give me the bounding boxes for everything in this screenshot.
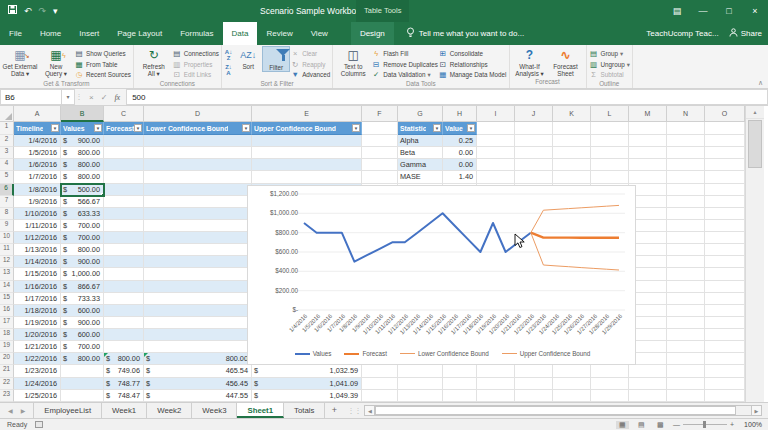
sheet-tab-week3[interactable]: Week3 xyxy=(192,403,237,418)
cell-N7[interactable] xyxy=(667,196,705,208)
horizontal-scroll-thumb[interactable] xyxy=(375,406,736,415)
cell-O9[interactable] xyxy=(705,220,745,232)
cell-D1[interactable]: Lower Confidence Bound▼ xyxy=(144,122,252,135)
column-header-F[interactable]: F xyxy=(362,106,398,122)
forecast-sheet-button[interactable]: ∿ ForecastSheet xyxy=(548,46,584,77)
cell-B2[interactable]: $900.00 xyxy=(61,135,104,147)
edit-links-button[interactable]: ⊡Edit Links xyxy=(172,70,219,79)
cell-O4[interactable] xyxy=(705,159,745,171)
cell-B8[interactable]: $633.33 xyxy=(61,208,104,220)
cell-N20[interactable] xyxy=(667,353,705,365)
cell-C1[interactable]: Forecast▼ xyxy=(104,122,144,135)
cell-O17[interactable] xyxy=(705,317,745,329)
cell-F5[interactable] xyxy=(362,171,398,183)
row-header-4[interactable]: 4 xyxy=(0,159,14,171)
series-forecast[interactable] xyxy=(531,233,619,238)
cell-B3[interactable]: $800.00 xyxy=(61,147,104,159)
cell-C17[interactable] xyxy=(104,317,144,329)
cell-F22[interactable] xyxy=(362,378,398,390)
column-header-H[interactable]: H xyxy=(443,106,477,122)
horizontal-scrollbar[interactable]: ⋮⋮ ◀ ▶ xyxy=(347,405,762,416)
cell-H5[interactable]: 1.40 xyxy=(443,171,477,183)
cell-C15[interactable] xyxy=(104,293,144,305)
cell-O20[interactable] xyxy=(705,353,745,365)
cell-D11[interactable] xyxy=(144,244,252,256)
cell-D17[interactable] xyxy=(144,317,252,329)
tab-page-layout[interactable]: Page Layout xyxy=(108,22,171,45)
redo-icon[interactable]: ↷ xyxy=(39,0,47,22)
cell-B5[interactable]: $800.00 xyxy=(61,171,104,183)
cell-G3[interactable]: Beta xyxy=(398,147,443,159)
row-header-12[interactable]: 12 xyxy=(0,256,14,268)
ungroup-button[interactable]: ▥Ungroup ▾ xyxy=(589,60,630,69)
zoom-out-icon[interactable]: — xyxy=(673,421,680,428)
cell-E23[interactable]: $1,049.39 xyxy=(252,390,362,402)
cell-N23[interactable] xyxy=(667,390,705,402)
cell-A20[interactable]: 1/22/2016 xyxy=(14,353,61,365)
tell-me-box[interactable]: Tell me what you want to do... xyxy=(406,22,524,45)
cell-G2[interactable]: Alpha xyxy=(398,135,443,147)
cell-H1[interactable]: Value▼ xyxy=(443,122,477,135)
cell-B21[interactable] xyxy=(61,365,104,377)
get-external-data-button[interactable]: ▦↘ Get ExternalData ▾ xyxy=(2,46,38,77)
cell-E1[interactable]: Upper Confidence Bound▼ xyxy=(252,122,362,135)
cell-N5[interactable] xyxy=(667,171,705,183)
scroll-right-icon[interactable]: ▶ xyxy=(751,405,762,416)
vertical-scrollbar[interactable]: ▲ xyxy=(745,106,764,402)
cell-O23[interactable] xyxy=(705,390,745,402)
text-to-columns-button[interactable]: ◫ Text toColumns xyxy=(335,46,371,77)
cell-K2[interactable] xyxy=(553,135,591,147)
remove-duplicates-button[interactable]: ⊟Remove Duplicates xyxy=(371,60,438,69)
sort-ascending-icon[interactable]: A↓Z xyxy=(225,49,232,61)
cell-A9[interactable]: 1/11/2016 xyxy=(14,220,61,232)
cancel-icon[interactable]: × xyxy=(89,93,94,102)
scrollbar-resize-handle[interactable]: ⋮⋮ xyxy=(347,407,361,415)
cell-K3[interactable] xyxy=(553,147,591,159)
cell-L22[interactable] xyxy=(591,378,629,390)
cell-N11[interactable] xyxy=(667,244,705,256)
cell-I21[interactable] xyxy=(477,365,515,377)
minimize-icon[interactable]: — xyxy=(690,0,716,22)
name-box[interactable]: B6 xyxy=(0,89,62,105)
connections-button[interactable]: ▤Connections xyxy=(172,49,219,58)
cell-G5[interactable]: MASE xyxy=(398,171,443,183)
cell-M2[interactable] xyxy=(629,135,667,147)
fill-handle[interactable] xyxy=(101,193,104,196)
cell-I22[interactable] xyxy=(477,378,515,390)
cell-M22[interactable] xyxy=(629,378,667,390)
cell-L21[interactable] xyxy=(591,365,629,377)
cell-A17[interactable]: 1/19/2016 xyxy=(14,317,61,329)
tab-design[interactable]: Design xyxy=(351,22,394,45)
cell-N14[interactable] xyxy=(667,281,705,293)
properties-button[interactable]: ▥Properties xyxy=(172,60,219,69)
horizontal-scroll-track[interactable] xyxy=(375,405,751,416)
cell-E3[interactable] xyxy=(252,147,362,159)
cell-N21[interactable] xyxy=(667,365,705,377)
cell-N13[interactable] xyxy=(667,268,705,280)
relationships-button[interactable]: ⊡Relationships xyxy=(438,60,507,69)
share-button[interactable]: Share xyxy=(729,28,762,39)
cell-A23[interactable]: 1/25/2016 xyxy=(14,390,61,402)
cell-B1[interactable]: Values▼ xyxy=(61,122,104,135)
cell-O22[interactable] xyxy=(705,378,745,390)
cell-C5[interactable] xyxy=(104,171,144,183)
cell-O19[interactable] xyxy=(705,341,745,353)
cell-A7[interactable]: 1/9/2016 xyxy=(14,196,61,208)
cell-K22[interactable] xyxy=(553,378,591,390)
cell-D8[interactable] xyxy=(144,208,252,220)
cell-A1[interactable]: Timeline▼ xyxy=(14,122,61,135)
cell-F23[interactable] xyxy=(362,390,398,402)
normal-view-icon[interactable]: ▦ xyxy=(616,421,629,429)
cell-N2[interactable] xyxy=(667,135,705,147)
cell-H3[interactable]: 0.00 xyxy=(443,147,477,159)
row-header-7[interactable]: 7 xyxy=(0,196,14,208)
cell-J2[interactable] xyxy=(515,135,553,147)
cell-F1[interactable] xyxy=(362,122,398,135)
row-header-8[interactable]: 8 xyxy=(0,208,14,220)
cell-D5[interactable] xyxy=(144,171,252,183)
tab-home[interactable]: Home xyxy=(31,22,70,45)
cell-O7[interactable] xyxy=(705,196,745,208)
cell-O16[interactable] xyxy=(705,305,745,317)
row-header-18[interactable]: 18 xyxy=(0,329,14,341)
save-icon[interactable] xyxy=(8,0,17,22)
